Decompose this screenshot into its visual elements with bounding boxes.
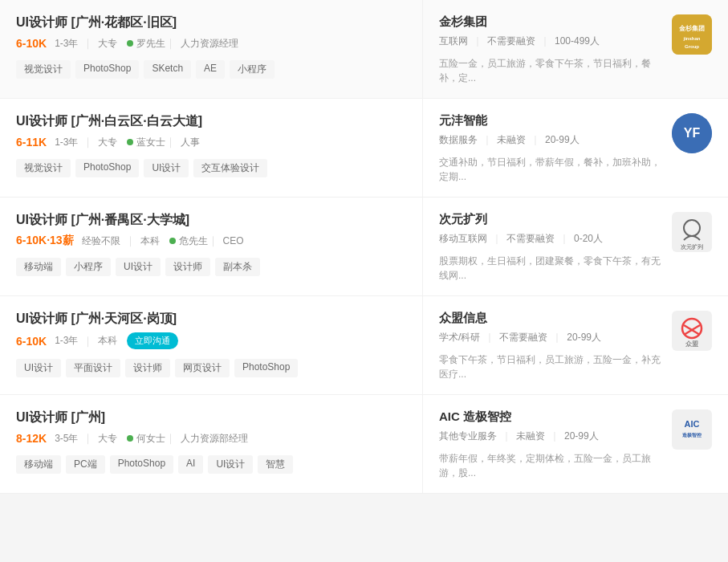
svg-text:造极智控: 造极智控 <box>682 432 702 438</box>
experience: 1-3年 <box>55 136 78 149</box>
company-fund: 未融资 <box>516 430 545 443</box>
company-info: 元沣智能数据服务｜未融资｜20-99人交通补助，节日福利，带薪年假，餐补，加班补… <box>439 113 661 184</box>
contact-role: 人力资源经理 <box>181 37 238 51</box>
job-tag[interactable]: PhotoShop <box>110 455 173 474</box>
company-info: 次元扩列移动互联网｜不需要融资｜0-20人股票期权，生日福利，团建聚餐，零食下午… <box>439 212 661 283</box>
online-dot <box>127 139 133 145</box>
company-right-panel: 众盟信息学术/科研｜不需要融资｜20-99人零食下午茶，节日福利，员工旅游，五险… <box>423 296 728 394</box>
job-left-panel: UI设计师 [广州·白云区·白云大道]6-11K1-3年｜大专 蓝女士｜人事视觉… <box>0 99 423 197</box>
company-fund: 不需要融资 <box>487 35 535 48</box>
company-info: 众盟信息学术/科研｜不需要融资｜20-99人零食下午茶，节日福利，员工旅游，五险… <box>439 311 661 381</box>
job-tag[interactable]: PhotoShop <box>234 359 298 377</box>
company-logo[interactable]: 次元扩列 <box>672 212 712 252</box>
experience: 1-3年 <box>55 37 78 51</box>
contact-name: 蓝女士 <box>136 136 165 149</box>
contact-role: 人力资源部经理 <box>181 432 248 446</box>
company-fund: 不需要融资 <box>506 232 555 246</box>
company-logo[interactable]: YF <box>672 113 712 153</box>
separator: ｜ <box>502 430 511 443</box>
separator: ｜ <box>473 35 482 48</box>
job-tag[interactable]: 副本杀 <box>215 258 260 276</box>
job-tag[interactable]: 交互体验设计 <box>193 159 267 177</box>
salary: 6-10K <box>16 335 47 348</box>
job-left-panel: UI设计师 [广州]8-12K3-5年｜大专 何女士｜人力资源部经理移动端PC端… <box>0 395 423 493</box>
job-tag[interactable]: 小程序 <box>230 60 275 79</box>
job-tag[interactable]: PC端 <box>66 455 105 474</box>
company-name[interactable]: 众盟信息 <box>439 311 661 326</box>
separator: ｜ <box>559 232 569 246</box>
job-tag[interactable]: UI设计 <box>208 455 253 474</box>
job-tag[interactable]: UI设计 <box>144 159 189 177</box>
job-row: UI设计师 [广州·天河区·岗顶]6-10K1-3年｜本科 立即沟通UI设计平面… <box>0 296 728 395</box>
svg-text:金杉集团: 金杉集团 <box>678 25 705 32</box>
job-tag[interactable]: 移动端 <box>16 258 61 276</box>
job-tag[interactable]: 网页设计 <box>175 359 230 377</box>
company-type: 互联网 <box>439 35 468 48</box>
company-benefits: 零食下午茶，节日福利，员工旅游，五险一金，补充医疗... <box>439 352 661 381</box>
company-fund: 未融资 <box>497 133 526 147</box>
company-type: 移动互联网 <box>439 232 487 246</box>
company-benefits: 带薪年假，年终奖，定期体检，五险一金，员工旅游，股... <box>439 451 661 480</box>
separator: ｜ <box>83 334 93 348</box>
company-meta: 其他专业服务｜未融资｜20-99人 <box>439 430 661 443</box>
job-tag[interactable]: AI <box>178 455 203 474</box>
job-tag[interactable]: 视觉设计 <box>16 60 71 79</box>
company-right-panel: AIC 造极智控其他专业服务｜未融资｜20-99人带薪年假，年终奖，定期体检，五… <box>423 395 728 493</box>
job-row: UI设计师 [广州·白云区·白云大道]6-11K1-3年｜大专 蓝女士｜人事视觉… <box>0 99 728 198</box>
online-dot <box>127 435 133 442</box>
company-logo[interactable]: 众盟 <box>672 311 712 351</box>
company-name[interactable]: AIC 造极智控 <box>439 409 661 425</box>
job-tag[interactable]: 智慧 <box>258 455 293 474</box>
company-benefits: 股票期权，生日福利，团建聚餐，零食下午茶，有无线网... <box>439 254 661 283</box>
job-title[interactable]: UI设计师 [广州·天河区·岗顶] <box>16 311 406 328</box>
job-tag[interactable]: 视觉设计 <box>16 159 71 177</box>
job-tag[interactable]: AE <box>196 60 225 79</box>
company-benefits: 五险一金，员工旅游，零食下午茶，节日福利，餐补，定... <box>439 56 661 85</box>
job-tag[interactable]: 平面设计 <box>66 359 120 377</box>
company-name[interactable]: 元沣智能 <box>439 113 661 128</box>
job-tag[interactable]: UI设计 <box>16 359 61 377</box>
job-row: UI设计师 [广州·番禺区·大学城]6-10K·13薪经验不限｜本科 危先生｜C… <box>0 198 728 296</box>
online-dot <box>127 40 133 47</box>
salary: 6-10K·13薪 <box>16 234 74 248</box>
company-name[interactable]: 次元扩列 <box>439 212 661 227</box>
talk-now-button[interactable]: 立即沟通 <box>127 332 178 349</box>
company-right-panel: 元沣智能数据服务｜未融资｜20-99人交通补助，节日福利，带薪年假，餐补，加班补… <box>423 99 728 197</box>
education: 大专 <box>98 432 117 446</box>
salary: 6-11K <box>16 136 47 149</box>
company-logo[interactable]: AIC 造极智控 <box>672 409 712 450</box>
svg-text:Group: Group <box>685 44 699 49</box>
experience: 经验不限 <box>82 234 120 248</box>
online-dot <box>169 238 176 244</box>
job-tag[interactable]: 移动端 <box>16 455 61 474</box>
job-tag[interactable]: 小程序 <box>66 258 111 276</box>
job-tag[interactable]: UI设计 <box>116 258 161 276</box>
job-title[interactable]: UI设计师 [广州] <box>16 409 406 426</box>
job-left-panel: UI设计师 [广州·天河区·岗顶]6-10K1-3年｜本科 立即沟通UI设计平面… <box>0 296 423 394</box>
experience: 3-5年 <box>55 432 78 446</box>
job-title[interactable]: UI设计师 [广州·番禺区·大学城] <box>16 212 406 229</box>
job-tag[interactable]: 设计师 <box>125 359 170 377</box>
job-title[interactable]: UI设计师 [广州·花都区·旧区] <box>16 14 406 31</box>
separator: ｜ <box>531 133 540 147</box>
job-list: UI设计师 [广州·花都区·旧区]6-10K1-3年｜大专 罗先生｜人力资源经理… <box>0 0 728 494</box>
education: 大专 <box>98 136 117 149</box>
job-tag[interactable]: SKetch <box>144 60 191 79</box>
job-title[interactable]: UI设计师 [广州·白云区·白云大道] <box>16 113 406 130</box>
job-row: UI设计师 [广州]8-12K3-5年｜大专 何女士｜人力资源部经理移动端PC端… <box>0 395 728 494</box>
job-meta: 6-10K1-3年｜大专 罗先生｜人力资源经理 <box>16 36 406 51</box>
company-logo[interactable]: 金杉集团 jinshan Group <box>672 14 712 55</box>
company-meta: 数据服务｜未融资｜20-99人 <box>439 133 661 147</box>
job-tag[interactable]: 设计师 <box>165 258 210 276</box>
company-meta: 互联网｜不需要融资｜100-499人 <box>439 35 661 48</box>
job-tags: 视觉设计PhotoShopUI设计交互体验设计 <box>16 159 406 177</box>
company-name[interactable]: 金杉集团 <box>439 14 661 30</box>
company-type: 数据服务 <box>439 133 478 147</box>
education: 本科 <box>98 334 117 348</box>
job-meta: 6-11K1-3年｜大专 蓝女士｜人事 <box>16 135 406 149</box>
job-tag[interactable]: PhotoShop <box>75 159 139 177</box>
job-tag[interactable]: PhotoShop <box>75 60 139 79</box>
contact-name: 罗先生 <box>136 37 165 51</box>
education: 大专 <box>98 37 117 51</box>
company-right-panel: 次元扩列移动互联网｜不需要融资｜0-20人股票期权，生日福利，团建聚餐，零食下午… <box>423 198 728 295</box>
